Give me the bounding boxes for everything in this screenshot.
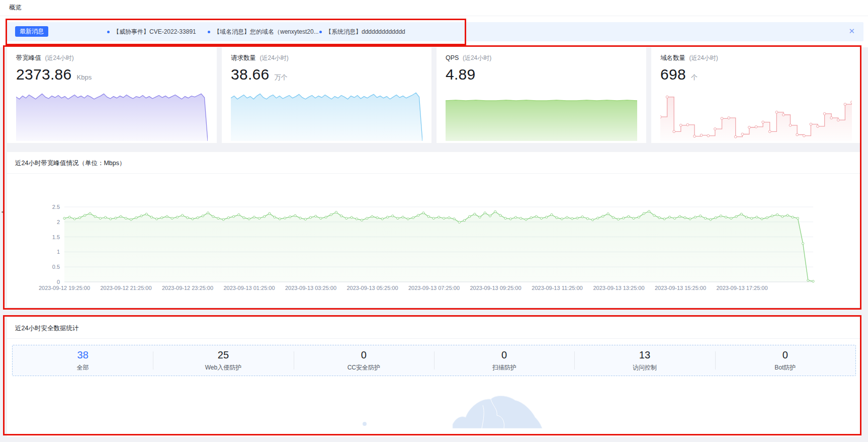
svg-text:2023-09-13 09:25:00: 2023-09-13 09:25:00 xyxy=(470,285,521,291)
svg-text:2023-09-13 17:25:00: 2023-09-13 17:25:00 xyxy=(716,285,767,291)
svg-text:2.5: 2.5 xyxy=(52,204,60,210)
notification-bar: 最新消息 【威胁事件】CVE-2022-33891 【域名消息】您的域名（wen… xyxy=(7,22,863,41)
svg-text:2023-09-13 01:25:00: 2023-09-13 01:25:00 xyxy=(223,285,275,291)
notice-message[interactable]: 【域名消息】您的域名（wenxytest20... xyxy=(208,22,319,41)
notice-message-text: 【域名消息】您的域名（wenxytest20... xyxy=(214,28,319,36)
security-stat-value: 38 xyxy=(13,349,153,361)
security-stat-item[interactable]: 13 访问控制 xyxy=(574,349,715,372)
security-stat-item[interactable]: 0 扫描防护 xyxy=(434,349,574,372)
stat-cards-row: 带宽峰值 (近24小时) 2373.86 Kbps 请求数量 (近24小时) 3… xyxy=(7,47,861,143)
security-stat-item[interactable]: 38 全部 xyxy=(13,349,153,372)
stat-card: 带宽峰值 (近24小时) 2373.86 Kbps xyxy=(7,47,217,143)
svg-text:2023-09-12 19:25:00: 2023-09-12 19:25:00 xyxy=(39,285,90,291)
svg-text:1.5: 1.5 xyxy=(52,234,60,240)
sidebar-collapse-icon[interactable]: ◂ xyxy=(0,205,5,217)
bullet-dot-icon xyxy=(208,31,210,33)
security-stat-label: 全部 xyxy=(13,363,153,372)
security-stat-value: 25 xyxy=(153,349,293,361)
bandwidth-chart-title: 近24小时带宽峰值情况（单位：Mbps） xyxy=(7,152,861,174)
notice-message[interactable]: 【威胁事件】CVE-2022-33891 xyxy=(107,22,196,41)
bullet-dot-icon xyxy=(107,31,110,33)
stat-card-value: 38.66 xyxy=(231,66,270,83)
stat-card-value: 698 xyxy=(660,66,686,83)
stat-card-unit: 万个 xyxy=(275,73,288,82)
stat-card-unit: 个 xyxy=(691,73,698,82)
stat-card: 请求数量 (近24小时) 38.66 万个 xyxy=(222,47,431,143)
security-stat-item[interactable]: 0 CC安全防护 xyxy=(294,349,434,372)
notice-message-text: 【威胁事件】CVE-2022-33891 xyxy=(113,28,196,36)
stat-card-title: 域名数量 xyxy=(660,54,685,61)
security-stat-value: 0 xyxy=(434,349,574,361)
svg-text:2023-09-12 23:25:00: 2023-09-12 23:25:00 xyxy=(162,285,213,291)
stat-card-title: QPS xyxy=(446,54,459,61)
svg-text:2023-09-12 21:25:00: 2023-09-12 21:25:00 xyxy=(100,285,151,291)
page-header: 概览 xyxy=(0,0,868,16)
stat-card-period: (近24小时) xyxy=(259,54,288,61)
stat-card-sparkline xyxy=(660,89,852,141)
notice-message-text: 【系统消息】ddddddddddddd xyxy=(325,28,405,36)
notice-strip: 最新消息 【威胁事件】CVE-2022-33891 【域名消息】您的域名（wen… xyxy=(0,16,868,47)
stat-card-period: (近24小时) xyxy=(463,54,491,61)
stat-card: 域名数量 (近24小时) 698 个 xyxy=(651,47,861,143)
svg-text:2: 2 xyxy=(57,219,60,225)
security-stat-value: 0 xyxy=(294,349,434,361)
page-title: 概览 xyxy=(9,4,22,12)
security-stat-label: 扫描防护 xyxy=(434,363,574,372)
security-stat-item[interactable]: 0 Bot防护 xyxy=(715,349,855,372)
security-stat-label: 访问控制 xyxy=(574,363,715,372)
svg-text:2023-09-13 15:25:00: 2023-09-13 15:25:00 xyxy=(655,285,706,291)
security-stat-label: Web入侵防护 xyxy=(153,363,293,372)
security-stat-label: Bot防护 xyxy=(715,363,855,372)
svg-text:0.5: 0.5 xyxy=(52,264,60,270)
notice-message[interactable]: 【系统消息】ddddddddddddd xyxy=(319,22,405,41)
stat-card-title: 请求数量 xyxy=(231,54,256,61)
security-stat-value: 13 xyxy=(574,349,715,361)
stat-card-period: (近24小时) xyxy=(689,54,718,61)
stat-card: QPS (近24小时) 4.89 xyxy=(437,47,646,143)
latest-news-badge: 最新消息 xyxy=(15,26,48,37)
svg-text:2023-09-13 07:25:00: 2023-09-13 07:25:00 xyxy=(408,285,460,291)
stat-card-period: (近24小时) xyxy=(45,54,73,61)
map-preview xyxy=(7,376,861,428)
stat-card-unit: Kbps xyxy=(77,73,92,81)
svg-text:1: 1 xyxy=(57,249,60,255)
bandwidth-line-chart: 00.511.522.52023-09-12 19:25:002023-09-1… xyxy=(7,175,861,309)
svg-text:2023-09-13 11:25:00: 2023-09-13 11:25:00 xyxy=(532,285,582,291)
svg-text:2023-09-13 13:25:00: 2023-09-13 13:25:00 xyxy=(593,285,644,291)
stat-card-title: 带宽峰值 xyxy=(16,54,41,61)
security-stats-box: 38 全部 25 Web入侵防护 0 CC安全防护 0 扫描防护 13 访问控制 xyxy=(12,345,856,376)
close-icon[interactable]: ✕ xyxy=(848,27,855,35)
security-stat-label: CC安全防护 xyxy=(294,363,434,372)
svg-text:2023-09-13 05:25:00: 2023-09-13 05:25:00 xyxy=(346,285,398,291)
security-stat-item[interactable]: 25 Web入侵防护 xyxy=(153,349,293,372)
security-stats-title: 近24小时安全数据统计 xyxy=(7,317,861,339)
security-stat-value: 0 xyxy=(715,349,855,361)
stat-card-value: 4.89 xyxy=(446,66,476,83)
bullet-dot-icon xyxy=(319,31,322,33)
stat-card-value: 2373.86 xyxy=(16,66,72,83)
bandwidth-chart-panel: 近24小时带宽峰值情况（单位：Mbps） 00.511.522.52023-09… xyxy=(7,152,861,307)
stat-card-sparkline xyxy=(446,89,637,141)
china-map-partial xyxy=(7,376,861,428)
stat-card-sparkline xyxy=(16,89,208,141)
svg-text:0: 0 xyxy=(57,279,60,285)
security-stats-panel: 近24小时安全数据统计 38 全部 25 Web入侵防护 0 CC安全防护 0 … xyxy=(7,317,861,437)
svg-text:2023-09-13 03:25:00: 2023-09-13 03:25:00 xyxy=(285,285,336,291)
stat-card-sparkline xyxy=(231,89,422,141)
